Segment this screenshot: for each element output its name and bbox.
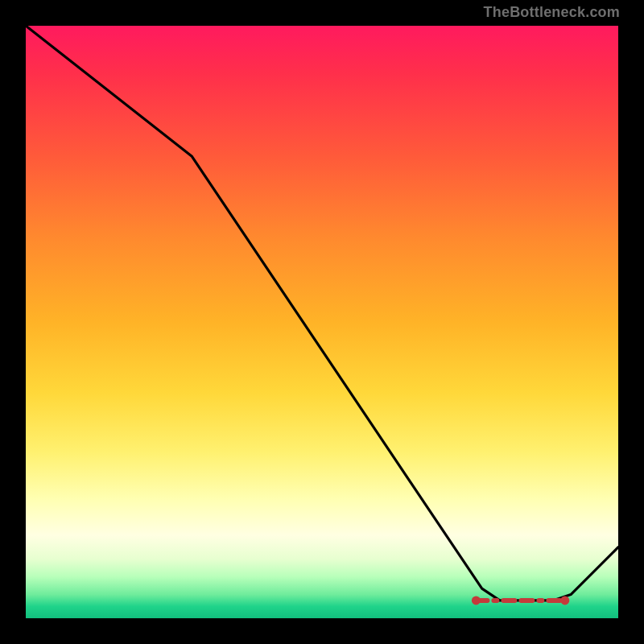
attribution-watermark: TheBottleneck.com	[484, 5, 620, 19]
chart-root: TheBottleneck.com	[0, 0, 644, 644]
plot-background-gradient	[26, 26, 618, 618]
